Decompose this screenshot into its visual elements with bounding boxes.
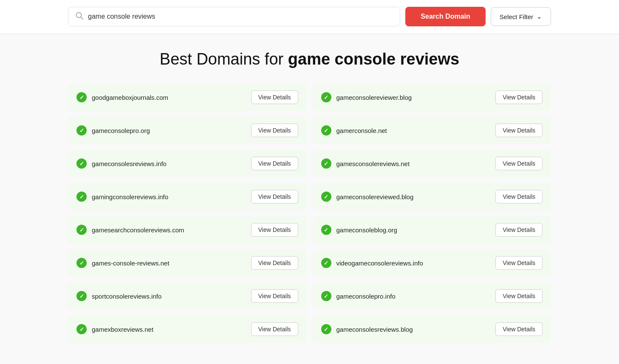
domain-item: gameconsolepro.info View Details [313, 282, 551, 310]
domain-left: gameconsoleblog.org [321, 225, 397, 235]
domain-left: gamesearchconsolereviews.com [76, 225, 184, 235]
view-details-button[interactable]: View Details [495, 157, 543, 170]
domain-name: gameconsolesreviews.blog [336, 326, 413, 333]
view-details-button[interactable]: View Details [495, 256, 543, 270]
select-filter-label: Select Filter [500, 13, 533, 20]
search-box [68, 7, 400, 26]
domain-name: goodgameboxjournals.com [92, 94, 168, 101]
check-icon [321, 291, 331, 301]
domain-name: gameconsolepro.info [336, 293, 396, 300]
domain-left: gameconsolepro.org [76, 125, 150, 135]
check-icon [321, 92, 331, 102]
view-details-button[interactable]: View Details [495, 289, 543, 303]
check-icon [321, 125, 331, 135]
domain-item: gameconsolereviewer.blog View Details [313, 84, 551, 111]
search-icon [75, 11, 84, 22]
chevron-down-icon: ⌄ [537, 13, 542, 20]
domain-item: gamesearchconsolereviews.com View Detail… [68, 216, 307, 243]
check-icon [76, 192, 87, 202]
check-icon [76, 324, 87, 334]
search-domain-button[interactable]: Search Domain [405, 7, 485, 26]
domain-left: gameconsolesreviews.blog [321, 324, 413, 334]
check-icon [76, 258, 87, 268]
check-icon [76, 291, 87, 301]
view-details-button[interactable]: View Details [251, 124, 298, 137]
domain-name: sportconsolereviews.info [92, 293, 161, 300]
view-details-button[interactable]: View Details [251, 157, 298, 170]
domain-left: gamerconsole.net [321, 125, 387, 135]
domain-left: gamesconsolereviews.net [321, 158, 410, 169]
check-icon [321, 225, 331, 235]
domain-left: gamingconsolereviews.info [76, 192, 168, 202]
domain-name: gamesconsolereviews.net [336, 160, 410, 167]
domain-item: videogameconsolereviews.info View Detail… [313, 249, 551, 277]
domain-name: gameconsolesreviews.info [92, 160, 167, 167]
domain-left: gameconsolereviewer.blog [321, 92, 412, 102]
domain-item: gameconsolesreviews.info View Details [68, 150, 307, 177]
page-title: Best Domains for game console reviews [68, 50, 551, 68]
main-content: Best Domains for game console reviews go… [0, 33, 619, 364]
domain-left: gameconsolesreviews.info [76, 158, 167, 169]
check-icon [76, 225, 87, 235]
view-details-button[interactable]: View Details [251, 90, 298, 104]
search-input[interactable] [88, 13, 393, 20]
top-bar: Search Domain Select Filter ⌄ [0, 0, 619, 33]
domain-left: goodgameboxjournals.com [76, 92, 168, 102]
domain-left: gameconsolereviewed.blog [321, 192, 414, 202]
domain-name: games-console-reviews.net [92, 260, 170, 267]
domain-item: gamingconsolereviews.info View Details [68, 183, 307, 210]
domain-name: gameconsoleblog.org [336, 226, 397, 234]
check-icon [321, 258, 331, 268]
domain-left: gamexboxreviews.net [76, 324, 153, 334]
view-details-button[interactable]: View Details [251, 223, 298, 237]
domain-item: gamerconsole.net View Details [313, 117, 551, 144]
domain-name: gameconsolereviewed.blog [336, 193, 414, 200]
domain-item: gameconsolepro.org View Details [68, 117, 307, 144]
check-icon [321, 324, 331, 334]
view-details-button[interactable]: View Details [495, 190, 543, 203]
view-details-button[interactable]: View Details [495, 124, 543, 137]
check-icon [321, 192, 331, 202]
view-details-button[interactable]: View Details [495, 90, 543, 104]
check-icon [321, 158, 331, 169]
domain-left: videogameconsolereviews.info [321, 258, 423, 268]
domain-name: gameconsolepro.org [92, 127, 150, 134]
view-details-button[interactable]: View Details [251, 289, 298, 303]
domains-grid: goodgameboxjournals.com View Details gam… [68, 84, 551, 343]
view-details-button[interactable]: View Details [495, 223, 543, 237]
domain-name: videogameconsolereviews.info [336, 260, 423, 267]
view-details-button[interactable]: View Details [251, 256, 298, 270]
domain-name: gameconsolereviewer.blog [336, 94, 412, 101]
domain-left: games-console-reviews.net [76, 258, 170, 268]
svg-line-1 [81, 17, 83, 19]
title-prefix: Best Domains for [160, 50, 288, 68]
view-details-button[interactable]: View Details [251, 190, 298, 203]
domain-name: gamingconsolereviews.info [92, 193, 168, 200]
check-icon [76, 158, 87, 169]
domain-item: gameconsolesreviews.blog View Details [313, 316, 551, 343]
domain-item: gameconsolereviewed.blog View Details [313, 183, 551, 210]
domain-left: gameconsolepro.info [321, 291, 396, 301]
domain-item: gamesconsolereviews.net View Details [313, 150, 551, 177]
domain-item: games-console-reviews.net View Details [68, 249, 307, 277]
title-bold: game console reviews [288, 50, 459, 68]
domain-name: gamexboxreviews.net [92, 326, 153, 333]
domain-name: gamesearchconsolereviews.com [92, 226, 184, 234]
view-details-button[interactable]: View Details [495, 322, 543, 336]
view-details-button[interactable]: View Details [251, 322, 298, 336]
select-filter-button[interactable]: Select Filter ⌄ [491, 7, 551, 26]
domain-name: gamerconsole.net [336, 127, 387, 134]
domain-item: sportconsolereviews.info View Details [68, 282, 307, 310]
check-icon [76, 125, 87, 135]
check-icon [76, 92, 87, 102]
domain-left: sportconsolereviews.info [76, 291, 161, 301]
domain-item: gamexboxreviews.net View Details [68, 316, 307, 343]
domain-item: goodgameboxjournals.com View Details [68, 84, 307, 111]
domain-item: gameconsoleblog.org View Details [313, 216, 551, 243]
